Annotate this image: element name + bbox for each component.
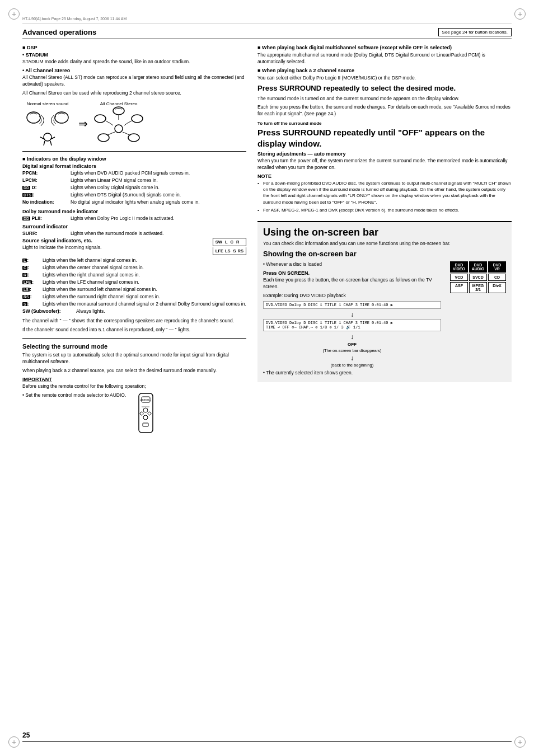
- grid-lfe: LFE: [216, 248, 223, 253]
- mpeg-btn[interactable]: MPEG 2/1: [469, 282, 487, 293]
- stadium-text: STADIUM mode adds clarity and spreads th…: [22, 59, 246, 65]
- indicator-dts-val: Lights when DTS Digital (Surround) signa…: [71, 192, 246, 198]
- indicator-surr: SURR: Lights when the surround mode is a…: [22, 231, 246, 237]
- dvd-mode-grid: DVD VIDEO DVD AUDIO DVD VR VCD SVCD CD A…: [450, 261, 506, 293]
- indicator-ppcm-key: PPCM:: [22, 170, 67, 176]
- using-onscreen-title: Using the on-screen bar: [263, 227, 506, 238]
- signal-r-val: Lights when the right channel signal com…: [43, 272, 246, 278]
- svg-line-6: [51, 137, 55, 139]
- indicator-none: No indication: No digital signal indicat…: [22, 199, 246, 205]
- source-head: Source signal indicators, etc.: [22, 238, 101, 243]
- note-2: For ASF, MPEG-2, MPEG-1 and DivX (except…: [257, 207, 512, 213]
- signal-s-key: S:: [22, 301, 39, 307]
- using-onscreen-section: Using the on-screen bar You can check di…: [257, 221, 512, 382]
- diagram-label-right: All Channel Stereo: [93, 101, 144, 106]
- indicator-dd-key: DD D:: [22, 185, 67, 191]
- onscreen-bar1: DVD-VIDEO Dolby D DISC 1 TITLE 1 CHAP 3 …: [263, 301, 441, 309]
- svg-rect-20: [143, 423, 148, 426]
- off-label: OFF: [263, 342, 441, 347]
- divider1: [22, 151, 246, 152]
- important-text: Before using the remote control for the …: [22, 383, 246, 390]
- example-label: Example: During DVD VIDEO playback: [263, 293, 441, 299]
- svg-point-0: [27, 112, 40, 123]
- signal-s: S: Lights when the monaural surround cha…: [22, 301, 246, 307]
- indicator-lpcm-val: Lights when Linear PCM signal comes in.: [71, 177, 246, 184]
- source-text: Light to indicate the incoming signals.: [22, 245, 101, 251]
- signal-ls-key: LS:: [22, 287, 39, 293]
- surround-mode-text2: When playing back a 2 channel source, yo…: [22, 368, 246, 374]
- signal-l-val: Lights when the left channel signal come…: [43, 257, 246, 264]
- indicator-dts-key: DTS:: [22, 192, 67, 198]
- svg-point-19: [148, 412, 151, 415]
- speaker-diagram-allchannel: [93, 106, 144, 145]
- to-turn-off-label: To turn off the surround mode: [257, 121, 512, 126]
- indicator-plii-val: Lights when Dolby Pro Logic II mode is a…: [71, 215, 246, 222]
- bottom-border: [22, 741, 512, 742]
- asf-btn[interactable]: ASF: [450, 282, 468, 293]
- cd-btn[interactable]: CD: [488, 274, 506, 281]
- signal-s-val: Lights when the monaural surround channe…: [43, 301, 246, 307]
- svg-point-2: [44, 133, 51, 141]
- signal-rs-key: RS:: [22, 294, 39, 300]
- source-signal-label: Source signal indicators, etc. Light to …: [22, 238, 101, 253]
- signal-rs-val: Lights when the surround right channel s…: [43, 294, 246, 300]
- indicator-none-val: No digital signal indicator lights when …: [71, 199, 246, 205]
- dvd-vr-btn[interactable]: DVD VR: [488, 261, 506, 273]
- off-sub: (The on-screen bar disappears): [263, 348, 441, 353]
- stadium-head: STADIUM: [22, 52, 246, 58]
- svg-line-5: [40, 137, 44, 139]
- vcd-btn[interactable]: VCD: [450, 274, 468, 281]
- signal-ls-val: Lights when the surround left channel si…: [43, 287, 246, 293]
- svcd-btn[interactable]: SVCD: [469, 274, 487, 281]
- digital-signal-indicators: PPCM: Lights when DVD AUDIO packed PCM s…: [22, 170, 246, 205]
- arrow-down-3: ↓: [263, 354, 441, 362]
- indicator-surr-key: SURR:: [22, 231, 67, 237]
- press-surround-off-head: Press SURROUND repeatedly until "OFF" ap…: [257, 127, 512, 149]
- signal-r-key: R:: [22, 272, 39, 278]
- indicator-plii-key: DD PLII:: [22, 215, 67, 222]
- allchannel-head: • All Channel Stereo: [22, 68, 246, 73]
- whenever-head: • Whenever a disc is loaded: [263, 261, 441, 268]
- grid-ls: LS: [225, 248, 231, 253]
- svg-point-12: [115, 125, 123, 133]
- onscreen-left: • Whenever a disc is loaded Press ON SCR…: [263, 261, 441, 379]
- signal-lfe: LFE: Lights when the LFE channel signal …: [22, 279, 246, 285]
- press-head: Press ON SCREEN.: [263, 270, 441, 276]
- arrow-down-1: ↓: [263, 311, 441, 318]
- showing-head: Showing the on-screen bar: [263, 250, 506, 258]
- diagram-label-left: Normal stereo sound: [22, 101, 73, 106]
- corner-mark-tl: [8, 8, 20, 20]
- svg-point-17: [143, 415, 148, 420]
- press-surround-head: Press SURROUND repeatedly to select the …: [257, 84, 512, 93]
- dvd-video-btn[interactable]: DVD VIDEO: [450, 261, 468, 273]
- diagram-allchannel: All Channel Stereo: [93, 101, 144, 147]
- divx-btn[interactable]: DivX: [488, 282, 506, 293]
- note-1: For a down-mixing prohibited DVD AUDIO d…: [257, 180, 512, 205]
- corner-mark-bl: [8, 736, 20, 748]
- dvd-audio-btn[interactable]: DVD AUDIO: [469, 261, 487, 273]
- left-column: DSP STADIUM STADIUM mode adds clarity an…: [22, 45, 246, 435]
- grid-sw: SW: [216, 240, 222, 245]
- digital-signal-head: Digital signal format indicators: [22, 163, 246, 169]
- digital-multi-head: When playing back digital multichannel s…: [257, 45, 512, 50]
- surround-indicator-head: Surround indicator: [22, 224, 246, 229]
- file-info: HT-U90[A].book Page 25 Monday, August 7,…: [22, 17, 512, 24]
- signal-l: L: Lights when the left channel signal c…: [22, 257, 246, 264]
- grid-c: C: [230, 240, 233, 245]
- onscreen-two-col: • Whenever a disc is loaded Press ON SCR…: [263, 261, 506, 379]
- important-bullet: • Set the remote control mode selector t…: [22, 392, 126, 399]
- important-head: IMPORTANT: [22, 377, 246, 382]
- svg-line-3: [44, 141, 45, 145]
- signal-lfe-val: Lights when the LFE channel signal comes…: [43, 279, 246, 285]
- speaker-diagram-normal: [22, 106, 73, 145]
- indicators-head: Indicators on the display window: [22, 156, 246, 162]
- indicator-none-key: No indication:: [22, 199, 67, 205]
- page-number: 25: [22, 731, 30, 739]
- signal-l-key: L:: [22, 257, 39, 264]
- channel-note2: If the channels' sound decoded into 5.1 …: [22, 327, 246, 334]
- header-ref: See page 24 for button locations.: [438, 28, 512, 36]
- indicator-surr-val: Lights when the surround mode is activat…: [71, 231, 246, 237]
- diagram-area: Normal stereo sound: [22, 101, 246, 147]
- onscreen-right: DVD VIDEO DVD AUDIO DVD VR VCD SVCD CD A…: [450, 261, 506, 379]
- signal-sw-key: SW (Subwoofer):: [22, 308, 73, 314]
